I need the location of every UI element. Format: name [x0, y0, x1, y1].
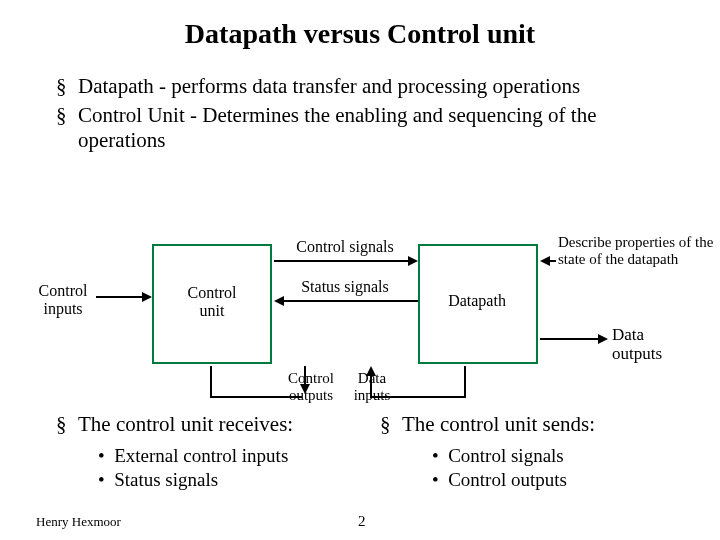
dot-icon: • — [98, 469, 114, 490]
top-bullet-list: § Datapath - performs data transfer and … — [56, 74, 680, 154]
bullet-marker-icon: § — [56, 74, 78, 99]
dot-icon: • — [432, 445, 448, 466]
sub-text: Control signals — [448, 445, 564, 466]
arrow-line — [540, 338, 600, 340]
sub-text: Status signals — [114, 469, 218, 490]
arrow-head-icon — [540, 256, 550, 266]
sends-block: § The control unit sends: • Control sign… — [380, 412, 710, 493]
arrow-line — [210, 366, 212, 396]
bullet-item: § Control Unit - Determines the enabling… — [56, 103, 680, 153]
label-control-inputs: Control inputs — [30, 282, 96, 317]
label-control-signals: Control signals — [290, 238, 400, 256]
arrow-line — [304, 366, 306, 386]
receives-sublist: • External control inputs • Status signa… — [98, 445, 386, 491]
block-diagram: Control inputs Control unit Control sign… — [0, 238, 720, 398]
sub-item: • External control inputs — [98, 445, 386, 467]
bullet-item: § The control unit receives: — [56, 412, 386, 437]
arrow-line — [370, 376, 372, 396]
arrow-line — [464, 366, 466, 398]
bullet-item: § The control unit sends: — [380, 412, 710, 437]
dot-icon: • — [432, 469, 448, 490]
bullet-text: Datapath - performs data transfer and pr… — [78, 74, 680, 99]
footer-author: Henry Hexmoor — [36, 514, 121, 530]
label-control-unit: Control unit — [174, 284, 250, 319]
sends-sublist: • Control signals • Control outputs — [432, 445, 710, 491]
sub-text: Control outputs — [448, 469, 567, 490]
arrow-line — [274, 260, 410, 262]
sub-item: • Status signals — [98, 469, 386, 491]
label-status-signals: Status signals — [290, 278, 400, 296]
receives-heading: The control unit receives: — [78, 412, 386, 437]
arrow-head-icon — [142, 292, 152, 302]
bullet-marker-icon: § — [380, 412, 402, 437]
sends-heading: The control unit sends: — [402, 412, 710, 437]
bullet-text: Control Unit - Determines the enabling a… — [78, 103, 680, 153]
receives-block: § The control unit receives: • External … — [56, 412, 386, 493]
arrow-line — [284, 300, 418, 302]
arrow-head-icon — [274, 296, 284, 306]
label-describe: Describe properties of the state of the … — [558, 234, 718, 267]
footer-page-number: 2 — [358, 513, 366, 530]
label-datapath: Datapath — [432, 292, 522, 310]
label-control-outputs: Control outputs — [278, 370, 344, 403]
sub-item: • Control outputs — [432, 469, 710, 491]
arrow-line — [210, 396, 302, 398]
arrow-line — [370, 396, 464, 398]
bullet-marker-icon: § — [56, 412, 78, 437]
dot-icon: • — [98, 445, 114, 466]
arrow-head-icon — [598, 334, 608, 344]
arrow-line — [550, 260, 556, 262]
label-data-outputs: Data outputs — [612, 326, 692, 363]
arrow-line — [96, 296, 144, 298]
sub-item: • Control signals — [432, 445, 710, 467]
arrow-head-icon — [366, 366, 376, 376]
sub-text: External control inputs — [114, 445, 288, 466]
slide-title: Datapath versus Control unit — [0, 0, 720, 50]
bullet-marker-icon: § — [56, 103, 78, 153]
bullet-item: § Datapath - performs data transfer and … — [56, 74, 680, 99]
arrow-head-icon — [408, 256, 418, 266]
arrow-head-icon — [300, 384, 310, 394]
